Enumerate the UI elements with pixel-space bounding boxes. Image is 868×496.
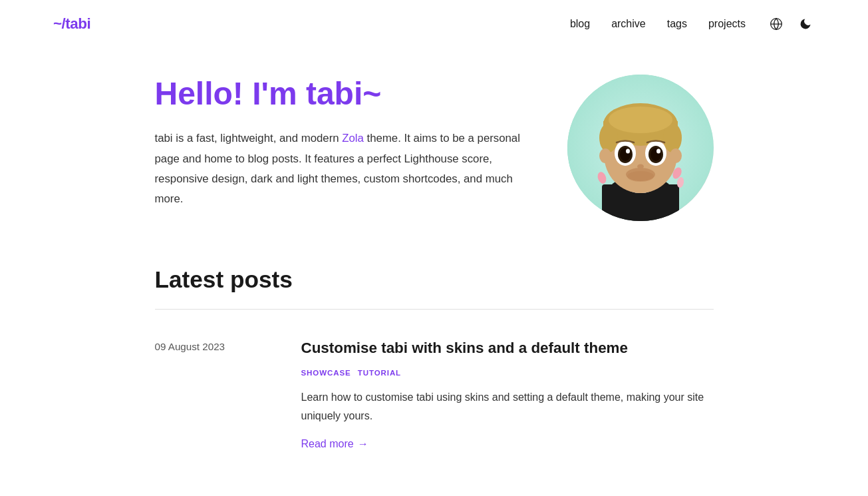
nav-item-archive[interactable]: archive (611, 15, 646, 33)
post-title: Customise tabi with skins and a default … (301, 336, 714, 360)
nav-icons (767, 15, 815, 33)
post-content: Customise tabi with skins and a default … (301, 336, 714, 452)
svg-point-13 (670, 148, 682, 163)
hero-description: tabi is a fast, lightweight, and modern … (155, 128, 541, 209)
hero-text: Hello! I'm tabi~ tabi is a fast, lightwe… (155, 75, 541, 210)
svg-point-11 (609, 107, 672, 133)
site-header: ~/tabi blog archive tags projects (0, 0, 868, 48)
nav-item-projects[interactable]: projects (708, 15, 746, 33)
nav-item-blog[interactable]: blog (570, 15, 590, 33)
latest-posts-section: Latest posts 09 August 2023 Customise ta… (155, 261, 714, 453)
post-tags: SHOWCASE TUTORIAL (301, 367, 714, 379)
read-more-label: Read more (301, 435, 354, 453)
latest-posts-heading: Latest posts (155, 261, 714, 298)
table-row: 09 August 2023 Customise tabi with skins… (155, 336, 714, 452)
post-tag-tutorial[interactable]: TUTORIAL (358, 367, 401, 379)
dark-mode-toggle[interactable] (796, 15, 815, 33)
zola-link[interactable]: Zola (342, 132, 364, 144)
post-date: 09 August 2023 (155, 336, 261, 355)
svg-point-17 (626, 148, 630, 153)
main-nav: blog archive tags projects (570, 15, 815, 33)
hero-title: Hello! I'm tabi~ (155, 75, 541, 113)
avatar (567, 75, 714, 221)
post-tag-showcase[interactable]: SHOWCASE (301, 367, 351, 379)
nav-item-tags[interactable]: tags (667, 15, 687, 33)
language-switcher-button[interactable] (767, 15, 786, 33)
svg-point-21 (656, 148, 660, 153)
section-divider (155, 309, 714, 310)
post-description: Learn how to customise tabi using skins … (301, 388, 714, 424)
read-more-link[interactable]: Read more → (301, 435, 368, 453)
hero-desc-part1: tabi is a fast, lightweight, and modern (155, 132, 343, 144)
hero-section: Hello! I'm tabi~ tabi is a fast, lightwe… (155, 75, 714, 221)
avatar-svg (567, 75, 714, 221)
read-more-arrow: → (358, 435, 368, 453)
site-logo[interactable]: ~/tabi (53, 12, 90, 36)
svg-point-24 (627, 171, 654, 182)
main-content: Hello! I'm tabi~ tabi is a fast, lightwe… (102, 48, 767, 479)
svg-point-12 (599, 148, 611, 163)
